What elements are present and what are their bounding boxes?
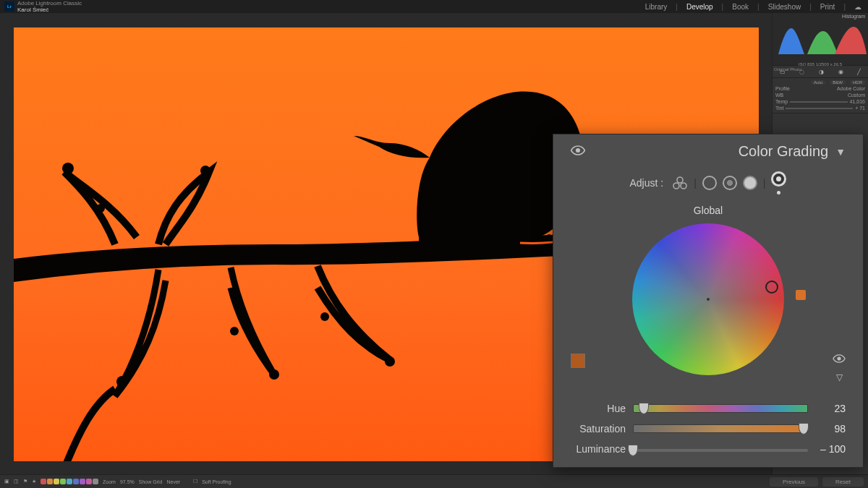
app-root: Lr Adobe Lightroom Classic Karol Śmieć L… [0, 0, 868, 488]
grid-label: Show Grid [139, 479, 163, 484]
module-library[interactable]: Library [643, 3, 670, 11]
svg-point-5 [269, 369, 279, 380]
color-grading-panel: Color Grading ▼ Adjust : | | [553, 134, 864, 468]
cloud-icon[interactable]: ☁ [852, 3, 864, 11]
tint-slider[interactable] [786, 108, 853, 109]
module-book[interactable]: Book [730, 3, 751, 11]
wheel-selected-swatch [796, 290, 806, 300]
compare-icon[interactable]: ◫ [14, 479, 19, 484]
basic-panel: Auto B&W HDR Profile Adobe Color WB Cust… [773, 78, 868, 114]
hue-slider[interactable] [633, 404, 808, 413]
temp-value: 41,016 [850, 99, 865, 104]
bottombar: ▣ ◫ ⚑ ★ Zoom 97.5% Show Grid Never ☐ Sof… [0, 474, 868, 488]
temp-label: Temp [775, 99, 788, 104]
wheel-side-actions: ▽ [833, 354, 846, 382]
app-title-block: Adobe Lightroom Classic Karol Śmieć [17, 0, 82, 13]
module-print[interactable]: Print [818, 3, 838, 11]
cg-adjust-label: Adjust : [630, 177, 664, 189]
hue-thumb[interactable] [639, 403, 649, 414]
bottombar-left: ▣ ◫ ⚑ ★ Zoom 97.5% Show Grid Never ☐ Sof… [4, 479, 231, 484]
hue-slider-row: Hue 23 [571, 398, 846, 419]
topbar: Lr Adobe Lightroom Classic Karol Śmieć L… [0, 0, 868, 14]
tint-value: + 71 [855, 106, 865, 111]
visibility-toggle-icon[interactable] [571, 145, 585, 158]
svg-point-6 [230, 327, 239, 335]
app-product: Adobe Lightroom Classic [17, 0, 82, 7]
wb-label: WB [775, 93, 783, 98]
bottombar-right: Previous Reset [770, 477, 864, 487]
app-user: Karol Śmieć [17, 7, 82, 13]
histogram-title: Histogram [773, 13, 868, 20]
histogram-graph [773, 20, 868, 60]
svg-point-7 [320, 312, 329, 321]
cg-sliders: Hue 23 Saturation 98 Luminance – 100 [571, 398, 846, 459]
svg-point-1 [62, 163, 74, 174]
svg-point-9 [576, 148, 580, 153]
luminance-slider[interactable] [633, 449, 808, 452]
flag-icon[interactable]: ⚑ [23, 479, 27, 484]
cg-mode-label: Global [571, 205, 846, 216]
svg-point-10 [677, 177, 683, 183]
svg-point-8 [116, 376, 128, 388]
saturation-slider[interactable] [633, 424, 808, 433]
highlights-wheel-icon[interactable] [743, 176, 757, 190]
temp-slider[interactable] [790, 101, 847, 103]
cg-adjust-row: Adjust : | | [571, 171, 846, 194]
zoom-value[interactable]: 97.5% [120, 479, 135, 484]
histogram-panel[interactable]: Histogram ISO 835 1/2500 s 26.5 Original… [773, 13, 868, 66]
saturation-label: Saturation [571, 423, 626, 435]
cg-header: Color Grading ▼ [571, 143, 846, 160]
midtones-wheel-icon[interactable] [723, 176, 737, 190]
rating-icon[interactable]: ★ [32, 479, 36, 484]
previous-button[interactable]: Previous [770, 477, 818, 487]
zoom-label: Zoom [103, 479, 116, 484]
svg-point-4 [385, 356, 395, 367]
bw-button[interactable]: B&W [830, 80, 846, 85]
hue-label: Hue [571, 403, 626, 414]
wb-value[interactable]: Custom [848, 93, 865, 98]
collapse-icon[interactable]: ▼ [835, 146, 846, 158]
saturation-value[interactable]: 98 [815, 423, 846, 435]
grid-value[interactable]: Never [166, 479, 180, 484]
module-slideshow[interactable]: Slideshow [766, 3, 804, 11]
shadows-wheel-icon[interactable] [702, 176, 717, 190]
topbar-left: Lr Adobe Lightroom Classic Karol Śmieć [4, 0, 82, 13]
svg-point-2 [200, 166, 210, 176]
module-develop[interactable]: Develop [684, 3, 715, 11]
color-wheel-wrap [632, 223, 784, 375]
saturation-thumb[interactable] [799, 423, 809, 435]
luminance-label: Luminance [571, 443, 626, 455]
expand-icon[interactable]: ▽ [836, 372, 843, 382]
svg-point-3 [96, 204, 105, 213]
wheel-picker-handle[interactable] [765, 281, 778, 294]
tint-label: Tint [775, 106, 783, 111]
reset-button[interactable]: Reset [822, 477, 864, 487]
app-logo: Lr [4, 1, 14, 12]
auto-button[interactable]: Auto [811, 80, 825, 85]
svg-point-12 [681, 183, 686, 189]
hue-value[interactable]: 23 [815, 403, 846, 414]
svg-point-13 [837, 356, 841, 360]
svg-point-11 [673, 183, 679, 189]
preview-eye-icon[interactable] [833, 354, 846, 365]
global-wheel-icon[interactable] [771, 171, 786, 194]
hdr-button[interactable]: HDR [850, 80, 865, 85]
color-label-swatches[interactable] [41, 479, 98, 484]
luminance-thumb[interactable] [628, 445, 638, 456]
luminance-value[interactable]: – 100 [815, 443, 846, 455]
histogram-readout: ISO 835 1/2500 s 26.5 [773, 61, 868, 67]
loupe-icon[interactable]: ▣ [4, 479, 9, 484]
three-way-icon[interactable] [672, 175, 688, 191]
profile-label: Profile [775, 86, 790, 91]
saturation-slider-row: Saturation 98 [571, 419, 846, 439]
soft-proofing-label[interactable]: Soft Proofing [202, 479, 231, 484]
wheel-area: ▽ [571, 223, 846, 397]
cg-title-text: Color Grading [739, 143, 829, 160]
cg-title: Color Grading ▼ [739, 143, 846, 160]
current-color-swatch[interactable] [571, 354, 585, 368]
wheel-center-dot [707, 298, 710, 301]
color-wheel[interactable] [632, 223, 784, 375]
luminance-slider-row: Luminance – 100 [571, 439, 846, 459]
profile-value[interactable]: Adobe Color [837, 86, 865, 91]
module-switcher: Library| Develop| Book| Slideshow| Print… [643, 3, 864, 11]
